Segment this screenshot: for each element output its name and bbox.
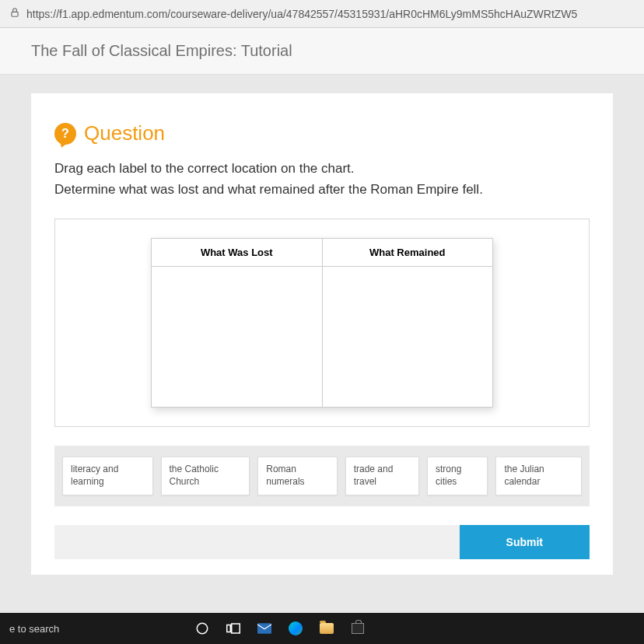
label-catholic-church[interactable]: the Catholic Church	[161, 457, 250, 495]
content-card: ? Question Drag each label to the correc…	[31, 93, 613, 575]
page-title: The Fall of Classical Empires: Tutorial	[0, 28, 644, 75]
instruction-line-1: Drag each label to the correct location …	[54, 158, 590, 179]
question-header: ? Question	[54, 121, 590, 145]
taskbar-icons	[187, 613, 373, 644]
labels-tray: literacy and learning the Catholic Churc…	[54, 446, 590, 506]
chart-header-remained: What Remained	[323, 239, 493, 267]
url-text[interactable]: https://f1.app.edmentum.com/courseware-d…	[26, 8, 577, 20]
chart-dropzone-container: What Was Lost What Remained	[54, 219, 590, 427]
cortana-icon[interactable]	[187, 613, 218, 644]
task-view-icon[interactable]	[218, 613, 249, 644]
question-icon: ?	[54, 123, 76, 145]
label-literacy[interactable]: literacy and learning	[62, 457, 153, 495]
label-roman-numerals[interactable]: Roman numerals	[257, 457, 337, 495]
instructions: Drag each label to the correct location …	[54, 158, 590, 200]
instruction-line-2: Determine what was lost and what remaine…	[54, 179, 590, 200]
mail-icon[interactable]	[249, 613, 280, 644]
svg-rect-4	[257, 623, 271, 634]
microsoft-store-icon[interactable]	[342, 613, 373, 644]
label-trade-travel[interactable]: trade and travel	[345, 457, 419, 495]
svg-rect-0	[12, 12, 18, 16]
taskbar-search-text[interactable]: e to search	[6, 623, 59, 635]
submit-spacer	[54, 525, 460, 559]
submit-button[interactable]: Submit	[460, 525, 590, 559]
chart-header-lost: What Was Lost	[152, 239, 323, 267]
chart-table: What Was Lost What Remained	[151, 238, 493, 408]
file-explorer-icon[interactable]	[311, 613, 342, 644]
edge-icon[interactable]	[280, 613, 311, 644]
label-julian-calendar[interactable]: the Julian calendar	[495, 457, 582, 495]
windows-taskbar: e to search	[0, 613, 644, 644]
chart-header-row: What Was Lost What Remained	[152, 239, 492, 267]
lock-icon	[9, 7, 20, 20]
svg-rect-2	[227, 625, 231, 632]
question-title: Question	[84, 121, 165, 145]
svg-point-1	[197, 623, 208, 634]
dropzone-remained[interactable]	[323, 267, 493, 407]
svg-rect-3	[232, 624, 240, 633]
chart-drop-row	[152, 267, 492, 407]
label-strong-cities[interactable]: strong cities	[427, 457, 488, 495]
dropzone-lost[interactable]	[152, 267, 323, 407]
submit-row: Submit	[54, 525, 590, 559]
browser-address-bar: https://f1.app.edmentum.com/courseware-d…	[0, 0, 644, 28]
